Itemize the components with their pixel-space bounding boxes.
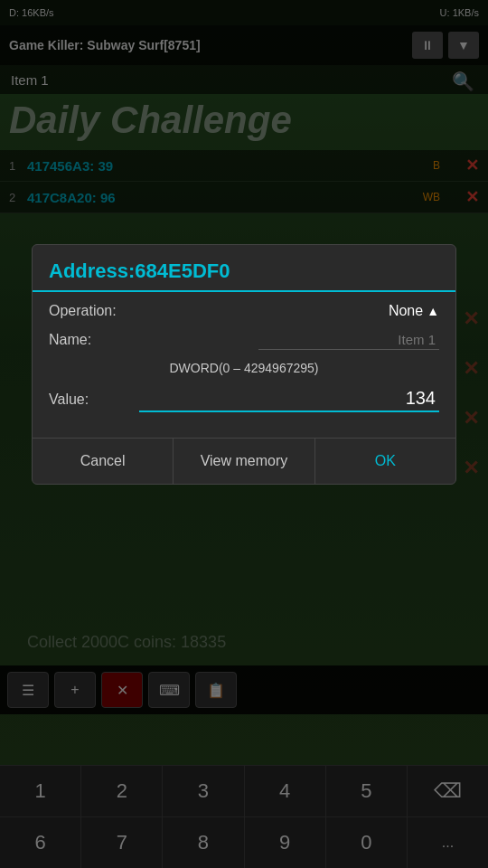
- name-row: Name:: [49, 330, 439, 350]
- operation-arrow: ▲: [427, 304, 439, 318]
- operation-row: Operation: None ▲: [49, 303, 439, 319]
- view-memory-button[interactable]: View memory: [174, 439, 314, 484]
- ok-button[interactable]: OK: [315, 439, 455, 484]
- dword-range-label: DWORD(0 – 4294967295): [49, 361, 439, 375]
- name-input[interactable]: [258, 330, 439, 350]
- modal-overlay: Address:684E5DF0 Operation: None ▲ Name:: [0, 0, 488, 868]
- value-label: Value:: [49, 392, 139, 408]
- operation-value[interactable]: None ▲: [389, 303, 439, 319]
- dialog-header: Address:684E5DF0: [33, 245, 455, 292]
- cancel-button[interactable]: Cancel: [33, 439, 174, 484]
- dialog-body: Operation: None ▲ Name: DWORD(0 – 429496…: [33, 292, 455, 438]
- operation-label: Operation:: [49, 303, 139, 319]
- name-input-container: [139, 330, 439, 350]
- dialog-buttons: Cancel View memory OK: [33, 438, 455, 484]
- value-input[interactable]: [139, 386, 439, 412]
- value-row: Value:: [49, 386, 439, 412]
- memory-edit-dialog: Address:684E5DF0 Operation: None ▲ Name:: [32, 244, 456, 485]
- operation-value-container[interactable]: None ▲: [139, 303, 439, 319]
- dialog-address: Address:684E5DF0: [49, 259, 439, 283]
- name-label: Name:: [49, 332, 139, 348]
